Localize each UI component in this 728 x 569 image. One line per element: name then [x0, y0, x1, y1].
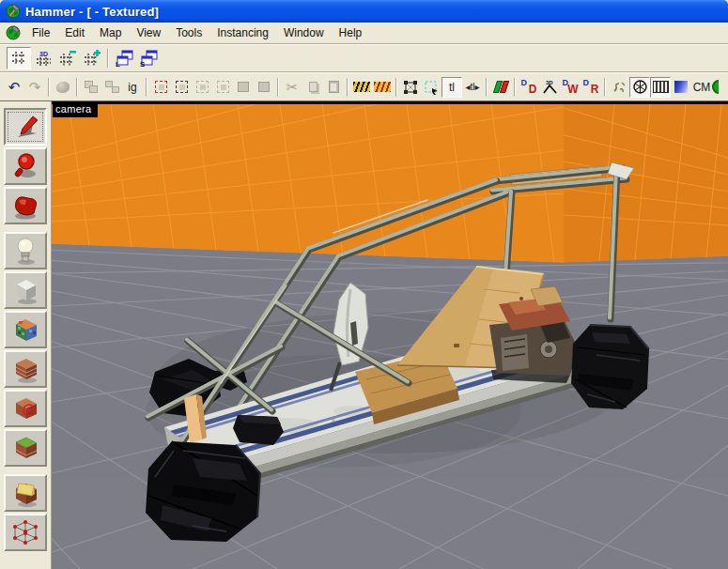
menu-help[interactable]: Help — [332, 23, 370, 42]
cordon-red-button[interactable] — [150, 77, 171, 98]
cordon-hatch-icon — [353, 82, 370, 92]
grid-icon — [11, 51, 26, 66]
show-all-button[interactable] — [233, 77, 254, 98]
save-window-state-button[interactable]: S — [136, 47, 161, 69]
grid-3d-snap-button[interactable]: 3D — [539, 77, 560, 98]
grid-3d-button[interactable]: 3D — [31, 47, 55, 69]
select-handles-button[interactable] — [400, 77, 421, 98]
dashed-cube-red-icon — [155, 81, 167, 93]
ungroup-button[interactable] — [101, 77, 122, 98]
hammer-app-icon — [6, 4, 21, 19]
hide-selected-button[interactable] — [192, 77, 212, 98]
tool-apply-texture-button[interactable] — [4, 350, 47, 388]
smoothing-groups-button[interactable] — [609, 77, 629, 98]
overlay-cube-icon — [8, 478, 42, 508]
camera-3d-viewport[interactable]: camera — [52, 101, 728, 569]
menu-file[interactable]: File — [24, 23, 57, 42]
tool-selection-button[interactable] — [4, 108, 47, 146]
menu-view[interactable]: View — [129, 23, 168, 42]
cube-icon — [238, 82, 249, 92]
copy-icon — [309, 82, 318, 92]
cordon-edit-hatch-icon — [374, 82, 391, 92]
redo-button[interactable]: ↷ — [24, 77, 45, 98]
brick-cube-icon — [8, 354, 42, 384]
color-mode-button[interactable]: CM — [691, 77, 712, 98]
show-group-button[interactable] — [254, 77, 274, 98]
document-hammer-icon[interactable] — [6, 25, 21, 40]
color-mode-label: CM — [693, 81, 711, 94]
copy-button[interactable] — [302, 77, 323, 98]
toolbar-separator — [107, 49, 109, 68]
tool-clipping-button[interactable] — [4, 429, 47, 467]
displacement-walkable-button[interactable]: D W — [560, 77, 581, 98]
texture-cube-icon — [8, 315, 42, 345]
displacement-mask-button[interactable]: D D — [519, 77, 539, 98]
save-windows-icon: S — [139, 49, 158, 68]
ungroup-icon — [105, 81, 119, 94]
grid-plus-icon — [84, 50, 101, 67]
title-bar[interactable]: Hammer - [ - Textured] — [0, 0, 728, 23]
toolbar-separator — [48, 78, 50, 97]
texture-shade-view-button[interactable] — [650, 77, 671, 98]
tool-entity-button[interactable] — [4, 232, 47, 269]
toolbar-separator — [277, 78, 279, 97]
menu-edit[interactable]: Edit — [57, 23, 92, 42]
dr-icon: D R — [583, 79, 599, 95]
tool-decal-button[interactable] — [4, 390, 47, 427]
flip-diamonds-icon — [492, 81, 508, 93]
tool-camera-button[interactable] — [4, 187, 47, 224]
map-tools-sidebar — [0, 101, 52, 569]
viewport-top-strip — [52, 101, 728, 104]
clip-cube-icon — [8, 433, 42, 463]
sphere-view-button[interactable] — [629, 77, 650, 98]
hide-unselected-button[interactable] — [212, 77, 233, 98]
undo-icon: ↶ — [8, 80, 21, 94]
texture-scale-lock-icon: ◂tl▸ — [465, 82, 479, 92]
redo-icon: ↷ — [29, 80, 41, 94]
menu-tools[interactable]: Tools — [168, 23, 209, 42]
camera-view-label[interactable]: camera — [53, 102, 98, 117]
larger-grid-button[interactable] — [80, 47, 104, 69]
undo-button[interactable]: ↶ — [4, 77, 24, 98]
clipped-green-icon — [712, 79, 719, 96]
blend-view-button[interactable] — [671, 77, 691, 98]
cordon-black-button[interactable] — [171, 77, 192, 98]
menu-map[interactable]: Map — [92, 23, 129, 42]
magnify-icon — [8, 151, 42, 181]
window-title: Hammer - [ - Textured] — [25, 5, 159, 19]
paste-button[interactable] — [323, 77, 344, 98]
menu-window[interactable]: Window — [276, 23, 332, 42]
carve-button[interactable] — [53, 77, 73, 98]
paste-icon — [329, 81, 339, 93]
group-button[interactable] — [81, 77, 101, 98]
tool-overlay-button[interactable] — [4, 474, 47, 512]
carve-icon — [56, 82, 70, 93]
dashed-cube-gray-icon — [196, 81, 209, 93]
grid-3d-icon: 3D — [35, 50, 52, 67]
texture-lock-label: tl — [449, 81, 455, 94]
ignore-groups-label: ig — [128, 81, 136, 94]
snap-to-grid-button[interactable] — [7, 47, 31, 69]
vertex-cube-icon — [8, 517, 42, 547]
morph-selection-button[interactable] — [421, 77, 441, 98]
selection-arrow-icon — [8, 112, 42, 142]
texture-scale-lock-button[interactable]: ◂tl▸ — [462, 77, 483, 98]
tool-block-button[interactable] — [4, 271, 47, 309]
grid-minus-icon — [59, 50, 76, 67]
tool-magnify-button[interactable] — [4, 147, 47, 185]
selection-handles-icon — [403, 80, 418, 95]
load-window-state-button[interactable]: L — [112, 47, 136, 69]
cube-icon — [258, 82, 270, 92]
edit-cordon-button[interactable] — [372, 77, 393, 98]
cut-button[interactable]: ✂ — [282, 77, 302, 98]
menu-instancing[interactable]: Instancing — [209, 23, 276, 42]
toggle-cordon-button[interactable] — [351, 77, 372, 98]
ignore-groups-button[interactable]: ig — [122, 77, 143, 98]
flip-faces-button[interactable] — [490, 77, 511, 98]
displacement-remove-button[interactable]: D R — [581, 77, 601, 98]
svg-text:S: S — [140, 60, 146, 68]
texture-lock-button[interactable]: tl — [441, 77, 462, 98]
smaller-grid-button[interactable] — [55, 47, 80, 69]
tool-texture-application-button[interactable] — [4, 311, 47, 348]
tool-vertex-button[interactable] — [4, 514, 47, 551]
